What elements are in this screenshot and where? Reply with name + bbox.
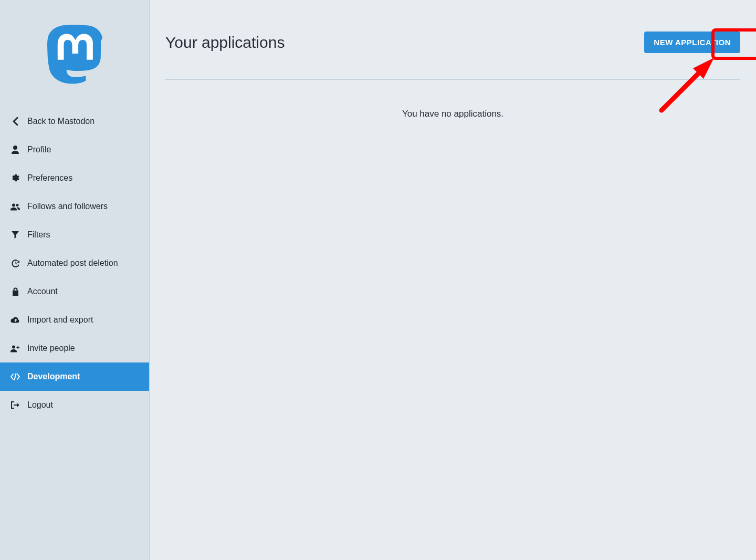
sidebar-item-label: Import and export xyxy=(27,315,93,325)
sidebar-item-label: Filters xyxy=(27,230,50,240)
logo-area xyxy=(0,0,149,107)
page-title: Your applications xyxy=(165,34,285,51)
user-icon xyxy=(10,146,20,154)
lock-icon xyxy=(10,287,20,296)
sidebar-item-label: Logout xyxy=(27,400,53,410)
main-content: Your applications NEW APPLICATION You ha… xyxy=(150,0,756,560)
sidebar-item-label: Invite people xyxy=(27,344,75,353)
sidebar-item-automated-deletion[interactable]: Automated post deletion xyxy=(0,249,149,277)
sidebar-item-filters[interactable]: Filters xyxy=(0,221,149,249)
sidebar-item-invite[interactable]: Invite people xyxy=(0,334,149,362)
sidebar-item-label: Account xyxy=(27,287,58,296)
users-icon xyxy=(10,203,20,211)
filter-icon xyxy=(10,231,20,238)
sidebar-item-logout[interactable]: Logout xyxy=(0,391,149,419)
sidebar-item-label: Preferences xyxy=(27,173,72,183)
sidebar-item-import-export[interactable]: Import and export xyxy=(0,306,149,334)
history-icon xyxy=(10,260,20,267)
sidebar-nav: Back to Mastodon Profile Preferences Fol… xyxy=(0,107,149,419)
gear-icon xyxy=(10,174,20,182)
page-header: Your applications NEW APPLICATION xyxy=(165,32,740,80)
sidebar-item-label: Profile xyxy=(27,145,51,154)
cloud-icon xyxy=(10,316,20,324)
mastodon-logo-icon xyxy=(46,24,103,86)
sidebar-item-profile[interactable]: Profile xyxy=(0,136,149,164)
sidebar-item-development[interactable]: Development xyxy=(0,362,149,391)
sidebar-item-label: Automated post deletion xyxy=(27,258,118,268)
empty-state-message: You have no applications. xyxy=(165,80,740,119)
signout-icon xyxy=(10,401,20,409)
sidebar-item-preferences[interactable]: Preferences xyxy=(0,164,149,192)
new-application-button[interactable]: NEW APPLICATION xyxy=(644,32,740,53)
chevron-left-icon xyxy=(10,117,20,126)
sidebar: Back to Mastodon Profile Preferences Fol… xyxy=(0,0,150,560)
sidebar-item-account[interactable]: Account xyxy=(0,277,149,306)
sidebar-item-label: Back to Mastodon xyxy=(27,117,94,126)
sidebar-item-label: Follows and followers xyxy=(27,202,108,211)
sidebar-item-label: Development xyxy=(27,372,80,381)
code-icon xyxy=(10,373,20,380)
user-plus-icon xyxy=(10,345,20,352)
sidebar-item-follows[interactable]: Follows and followers xyxy=(0,192,149,221)
sidebar-item-back[interactable]: Back to Mastodon xyxy=(0,107,149,136)
